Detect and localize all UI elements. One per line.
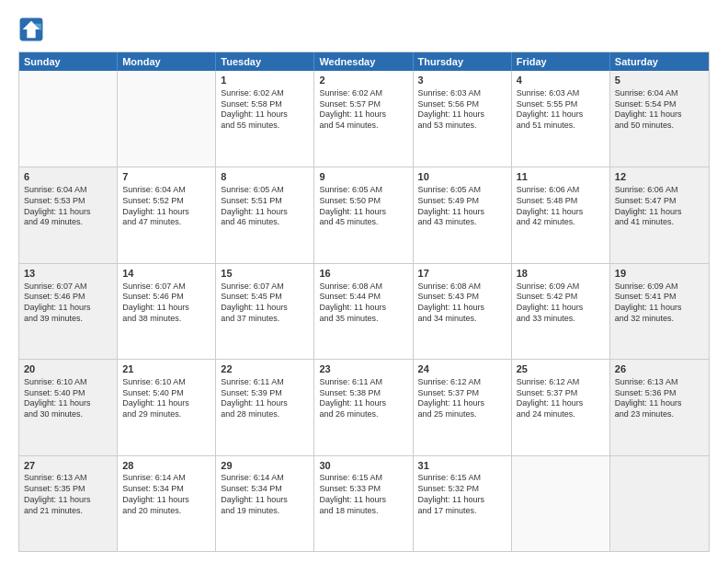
calendar-cell: 21Sunrise: 6:10 AM Sunset: 5:40 PM Dayli…	[118, 360, 216, 454]
header-day-monday: Monday	[118, 52, 216, 71]
calendar-cell: 12Sunrise: 6:06 AM Sunset: 5:47 PM Dayli…	[610, 167, 709, 262]
calendar-row-5: 27Sunrise: 6:13 AM Sunset: 5:35 PM Dayli…	[19, 455, 709, 551]
header-day-wednesday: Wednesday	[314, 52, 413, 71]
cell-info: Sunrise: 6:02 AM Sunset: 5:58 PM Dayligh…	[221, 88, 309, 132]
calendar-cell: 17Sunrise: 6:08 AM Sunset: 5:43 PM Dayli…	[414, 264, 512, 359]
cell-info: Sunrise: 6:14 AM Sunset: 5:34 PM Dayligh…	[122, 473, 210, 516]
calendar-cell: 18Sunrise: 6:09 AM Sunset: 5:42 PM Dayli…	[512, 264, 610, 359]
cell-info: Sunrise: 6:10 AM Sunset: 5:40 PM Dayligh…	[24, 377, 112, 420]
calendar-cell: 13Sunrise: 6:07 AM Sunset: 5:46 PM Dayli…	[19, 264, 118, 359]
calendar-cell: 25Sunrise: 6:12 AM Sunset: 5:37 PM Dayli…	[512, 360, 610, 454]
cell-info: Sunrise: 6:12 AM Sunset: 5:37 PM Dayligh…	[418, 377, 506, 420]
day-number: 24	[418, 362, 506, 376]
calendar-cell	[19, 71, 118, 167]
calendar-cell: 2Sunrise: 6:02 AM Sunset: 5:57 PM Daylig…	[314, 71, 413, 167]
day-number: 21	[122, 362, 210, 376]
page: SundayMondayTuesdayWednesdayThursdayFrid…	[0, 0, 728, 563]
calendar-cell: 8Sunrise: 6:05 AM Sunset: 5:51 PM Daylig…	[216, 167, 314, 262]
day-number: 7	[122, 170, 210, 184]
calendar-cell: 4Sunrise: 6:03 AM Sunset: 5:55 PM Daylig…	[512, 71, 610, 167]
day-number: 3	[418, 74, 506, 87]
day-number: 22	[221, 362, 309, 376]
calendar-cell: 10Sunrise: 6:05 AM Sunset: 5:49 PM Dayli…	[414, 167, 512, 262]
cell-info: Sunrise: 6:04 AM Sunset: 5:52 PM Dayligh…	[122, 185, 210, 228]
cell-info: Sunrise: 6:06 AM Sunset: 5:47 PM Dayligh…	[615, 185, 704, 228]
calendar-cell: 31Sunrise: 6:15 AM Sunset: 5:32 PM Dayli…	[414, 456, 512, 551]
cell-info: Sunrise: 6:10 AM Sunset: 5:40 PM Dayligh…	[122, 377, 210, 420]
logo-icon	[18, 17, 44, 42]
calendar-cell	[118, 71, 216, 167]
day-number: 18	[517, 267, 605, 281]
calendar-cell: 26Sunrise: 6:13 AM Sunset: 5:36 PM Dayli…	[610, 360, 709, 454]
day-number: 27	[24, 459, 112, 473]
cell-info: Sunrise: 6:04 AM Sunset: 5:54 PM Dayligh…	[615, 88, 704, 132]
calendar-cell: 23Sunrise: 6:11 AM Sunset: 5:38 PM Dayli…	[314, 360, 413, 454]
calendar-cell	[512, 456, 610, 551]
cell-info: Sunrise: 6:05 AM Sunset: 5:51 PM Dayligh…	[221, 185, 309, 228]
cell-info: Sunrise: 6:15 AM Sunset: 5:32 PM Dayligh…	[418, 473, 506, 516]
calendar-cell: 9Sunrise: 6:05 AM Sunset: 5:50 PM Daylig…	[314, 167, 413, 262]
calendar-cell: 7Sunrise: 6:04 AM Sunset: 5:52 PM Daylig…	[118, 167, 216, 262]
cell-info: Sunrise: 6:07 AM Sunset: 5:46 PM Dayligh…	[24, 282, 112, 325]
day-number: 30	[319, 459, 407, 473]
day-number: 10	[418, 170, 506, 184]
calendar-cell: 14Sunrise: 6:07 AM Sunset: 5:46 PM Dayli…	[118, 264, 216, 359]
day-number: 26	[615, 362, 704, 376]
cell-info: Sunrise: 6:03 AM Sunset: 5:56 PM Dayligh…	[418, 88, 506, 132]
day-number: 31	[418, 459, 506, 473]
cell-info: Sunrise: 6:13 AM Sunset: 5:36 PM Dayligh…	[615, 377, 704, 420]
day-number: 5	[615, 74, 704, 87]
calendar-row-1: 1Sunrise: 6:02 AM Sunset: 5:58 PM Daylig…	[19, 71, 709, 167]
header-day-tuesday: Tuesday	[216, 52, 314, 71]
day-number: 12	[615, 170, 704, 184]
calendar-cell: 30Sunrise: 6:15 AM Sunset: 5:33 PM Dayli…	[314, 456, 413, 551]
cell-info: Sunrise: 6:11 AM Sunset: 5:39 PM Dayligh…	[221, 377, 309, 420]
cell-info: Sunrise: 6:08 AM Sunset: 5:44 PM Dayligh…	[319, 282, 407, 325]
cell-info: Sunrise: 6:05 AM Sunset: 5:49 PM Dayligh…	[418, 185, 506, 228]
day-number: 1	[221, 74, 309, 87]
cell-info: Sunrise: 6:06 AM Sunset: 5:48 PM Dayligh…	[517, 185, 605, 228]
cell-info: Sunrise: 6:13 AM Sunset: 5:35 PM Dayligh…	[24, 473, 112, 516]
day-number: 17	[418, 267, 506, 281]
day-number: 6	[24, 170, 112, 184]
header-day-thursday: Thursday	[414, 52, 512, 71]
cell-info: Sunrise: 6:11 AM Sunset: 5:38 PM Dayligh…	[319, 377, 407, 420]
cell-info: Sunrise: 6:03 AM Sunset: 5:55 PM Dayligh…	[517, 88, 605, 132]
cell-info: Sunrise: 6:02 AM Sunset: 5:57 PM Dayligh…	[319, 88, 407, 132]
cell-info: Sunrise: 6:15 AM Sunset: 5:33 PM Dayligh…	[319, 473, 407, 516]
day-number: 8	[221, 170, 309, 184]
cell-info: Sunrise: 6:05 AM Sunset: 5:50 PM Dayligh…	[319, 185, 407, 228]
calendar-header: SundayMondayTuesdayWednesdayThursdayFrid…	[19, 52, 709, 71]
calendar-cell: 29Sunrise: 6:14 AM Sunset: 5:34 PM Dayli…	[216, 456, 314, 551]
calendar-row-3: 13Sunrise: 6:07 AM Sunset: 5:46 PM Dayli…	[19, 263, 709, 359]
calendar-row-2: 6Sunrise: 6:04 AM Sunset: 5:53 PM Daylig…	[19, 167, 709, 262]
calendar-cell: 15Sunrise: 6:07 AM Sunset: 5:45 PM Dayli…	[216, 264, 314, 359]
day-number: 16	[319, 267, 407, 281]
cell-info: Sunrise: 6:09 AM Sunset: 5:41 PM Dayligh…	[615, 282, 704, 325]
header	[18, 17, 710, 42]
calendar-cell: 11Sunrise: 6:06 AM Sunset: 5:48 PM Dayli…	[512, 167, 610, 262]
day-number: 14	[122, 267, 210, 281]
calendar-cell: 5Sunrise: 6:04 AM Sunset: 5:54 PM Daylig…	[610, 71, 709, 167]
calendar: SundayMondayTuesdayWednesdayThursdayFrid…	[18, 52, 710, 552]
calendar-cell: 27Sunrise: 6:13 AM Sunset: 5:35 PM Dayli…	[19, 456, 118, 551]
day-number: 9	[319, 170, 407, 184]
calendar-cell: 28Sunrise: 6:14 AM Sunset: 5:34 PM Dayli…	[118, 456, 216, 551]
cell-info: Sunrise: 6:07 AM Sunset: 5:46 PM Dayligh…	[122, 282, 210, 325]
day-number: 2	[319, 74, 407, 87]
calendar-cell: 3Sunrise: 6:03 AM Sunset: 5:56 PM Daylig…	[414, 71, 512, 167]
cell-info: Sunrise: 6:12 AM Sunset: 5:37 PM Dayligh…	[517, 377, 605, 420]
header-day-sunday: Sunday	[19, 52, 118, 71]
day-number: 19	[615, 267, 704, 281]
calendar-cell: 16Sunrise: 6:08 AM Sunset: 5:44 PM Dayli…	[314, 264, 413, 359]
cell-info: Sunrise: 6:07 AM Sunset: 5:45 PM Dayligh…	[221, 282, 309, 325]
cell-info: Sunrise: 6:14 AM Sunset: 5:34 PM Dayligh…	[221, 473, 309, 516]
calendar-row-4: 20Sunrise: 6:10 AM Sunset: 5:40 PM Dayli…	[19, 359, 709, 454]
calendar-cell: 19Sunrise: 6:09 AM Sunset: 5:41 PM Dayli…	[610, 264, 709, 359]
calendar-cell: 6Sunrise: 6:04 AM Sunset: 5:53 PM Daylig…	[19, 167, 118, 262]
calendar-cell: 24Sunrise: 6:12 AM Sunset: 5:37 PM Dayli…	[414, 360, 512, 454]
calendar-cell: 20Sunrise: 6:10 AM Sunset: 5:40 PM Dayli…	[19, 360, 118, 454]
header-day-saturday: Saturday	[610, 52, 709, 71]
day-number: 25	[517, 362, 605, 376]
calendar-cell: 1Sunrise: 6:02 AM Sunset: 5:58 PM Daylig…	[216, 71, 314, 167]
